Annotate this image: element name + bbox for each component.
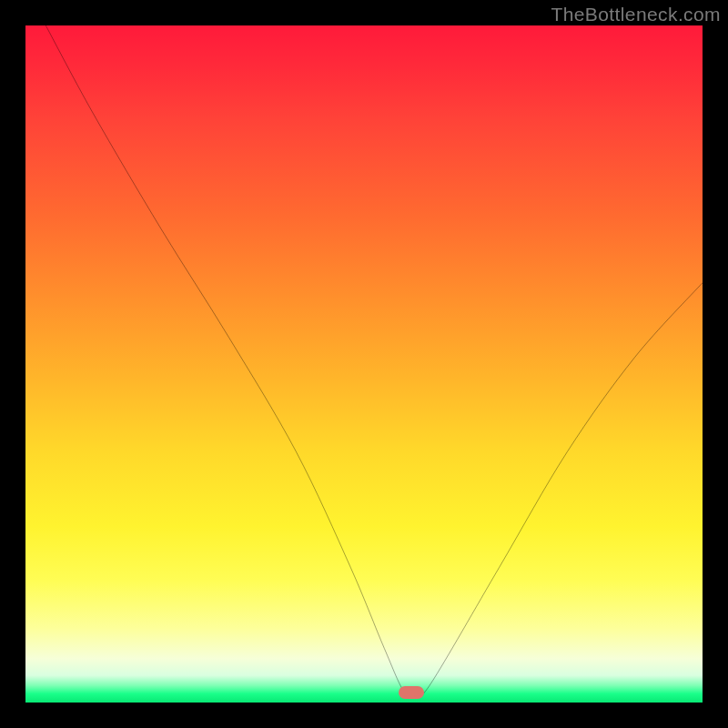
watermark-text: TheBottleneck.com	[551, 4, 721, 25]
bottleneck-curve	[25, 25, 703, 703]
plot-area	[25, 25, 703, 703]
optimal-marker	[399, 686, 424, 699]
chart-frame: TheBottleneck.com	[0, 0, 728, 728]
curve-path	[46, 25, 703, 696]
